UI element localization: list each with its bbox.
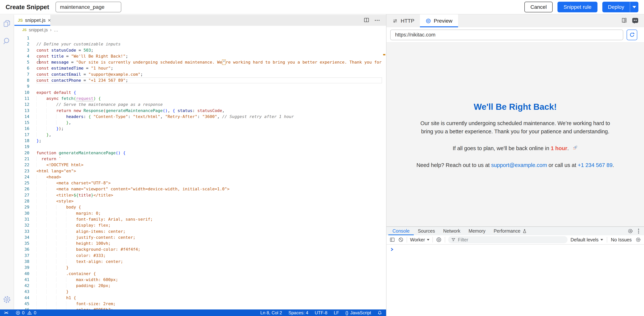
- phone-link[interactable]: +1 234 567 89: [578, 162, 612, 168]
- code-line: 30 margin: 0;: [14, 210, 382, 216]
- code-line: 1: [14, 35, 382, 41]
- code-line: 12 // Serve the maintenance page as a re…: [14, 102, 382, 108]
- status-language[interactable]: {} JavaScript: [345, 310, 371, 315]
- devtools-settings-icon[interactable]: [628, 228, 633, 234]
- split-editor-icon[interactable]: [363, 17, 370, 24]
- settings-gear-icon[interactable]: [2, 295, 11, 304]
- code-line: 8const contactPhone = "+1 234 567 89";: [14, 77, 382, 83]
- tab-label: snippet.js: [25, 18, 46, 23]
- deploy-dropdown-button[interactable]: [630, 2, 638, 12]
- support-email-link[interactable]: support@example.com: [491, 162, 547, 168]
- maintenance-contact: Need help? Reach out to us at support@ex…: [416, 161, 614, 169]
- status-encoding[interactable]: UTF-8: [315, 310, 328, 315]
- overview-ruler-marker: [383, 54, 385, 55]
- status-line-col[interactable]: Ln 8, Col 2: [260, 310, 282, 315]
- remote-indicator-icon[interactable]: ><: [4, 310, 8, 315]
- clear-console-icon[interactable]: [398, 237, 404, 242]
- text-cursor: [39, 59, 40, 64]
- kebab-menu-icon[interactable]: [638, 228, 640, 234]
- preview-url-row: [386, 27, 644, 43]
- code-line: 43 }: [14, 289, 382, 295]
- code-line: 4const title = "We'll Be Right Back!";: [14, 53, 382, 59]
- console-context-selector[interactable]: Worker: [410, 237, 430, 242]
- devtools-tab-bar: Console Sources Network Memory Performan…: [386, 227, 644, 235]
- devtools-panel: Console Sources Network Memory Performan…: [386, 226, 644, 316]
- filter-funnel-icon: [451, 237, 456, 242]
- problems-warnings[interactable]: 0: [27, 310, 36, 315]
- maintenance-message-line2: bring you a better experience. Thank you…: [416, 127, 614, 136]
- code-line: 33 align-items: center;: [14, 228, 382, 234]
- problems-errors[interactable]: 0: [16, 310, 24, 315]
- console-sidebar-icon[interactable]: [390, 237, 395, 242]
- code-line: 13 return new Response(generateMaintenan…: [14, 108, 382, 114]
- devtools-tab-performance[interactable]: Performance: [490, 227, 531, 235]
- code-line: 17 },: [14, 132, 382, 138]
- snippet-rule-button[interactable]: Snippet rule: [558, 2, 597, 12]
- preview-url-input[interactable]: [390, 30, 623, 40]
- code-line: 2// Define your customizable inputs: [14, 41, 382, 47]
- swap-arrows-icon: [392, 18, 398, 24]
- breadcrumb[interactable]: JS snippet.js › …: [14, 26, 386, 34]
- snippet-name-input[interactable]: [56, 2, 121, 12]
- more-actions-icon[interactable]: ···: [374, 17, 380, 24]
- console-levels-selector[interactable]: Default levels: [570, 237, 603, 242]
- console-filter-input[interactable]: Filter: [448, 236, 568, 243]
- code-line: 5const message = "Our site is currently …: [14, 59, 382, 65]
- chevron-down-icon: [632, 6, 636, 8]
- docs-icon[interactable]: [621, 17, 628, 25]
- cancel-button[interactable]: Cancel: [524, 2, 552, 12]
- preview-tab-bar: HTTP Preview: [386, 15, 644, 27]
- close-icon[interactable]: ×: [48, 18, 51, 23]
- status-eol[interactable]: LF: [334, 310, 339, 315]
- deploy-button[interactable]: Deploy: [602, 2, 630, 12]
- code-line: 19: [14, 144, 382, 150]
- status-indent[interactable]: Spaces: 4: [288, 310, 308, 315]
- code-line: 18};: [14, 138, 382, 144]
- maintenance-page: We'll Be Right Back! Our site is current…: [416, 102, 614, 169]
- code-line: 22 <!DOCTYPE html>: [14, 162, 382, 168]
- code-line: 6const estimatedTime = "1 hour";: [14, 65, 382, 71]
- code-line: 24 <head>: [14, 174, 382, 180]
- breadcrumb-file: snippet.js: [29, 27, 48, 33]
- code-line: 3const statusCode = 503;: [14, 47, 382, 53]
- code-line: 37 color: #333;: [14, 253, 382, 259]
- code-line: 27 <title>${title}</title>: [14, 192, 382, 198]
- tab-http[interactable]: HTTP: [386, 15, 420, 27]
- tab-preview[interactable]: Preview: [420, 15, 458, 27]
- code-line: 7const contactEmail = "support@example.c…: [14, 71, 382, 77]
- code-line: 16 });: [14, 126, 382, 132]
- live-expression-eye-icon[interactable]: [436, 237, 442, 243]
- console-prompt-icon: [390, 247, 394, 252]
- code-line: 32 display: flex;: [14, 222, 382, 228]
- tab-snippet-js[interactable]: JS snippet.js ×: [14, 15, 50, 26]
- code-line: 31 font-family: Arial, sans-serif;: [14, 216, 382, 222]
- bell-icon[interactable]: [378, 310, 382, 315]
- devtools-tab-sources[interactable]: Sources: [414, 227, 439, 235]
- console-settings-icon[interactable]: [636, 237, 641, 242]
- eta-value: 1 hour: [551, 145, 568, 151]
- issues-counter[interactable]: No Issues: [611, 237, 632, 242]
- topbar-actions: Cancel Snippet rule Deploy: [524, 2, 638, 12]
- devtools-tab-console[interactable]: Console: [388, 227, 414, 235]
- files-icon[interactable]: [2, 19, 11, 28]
- code-line: 35 height: 100vh;: [14, 240, 382, 246]
- page-title: Create Snippet: [6, 4, 49, 11]
- code-line: 42 padding: 20px;: [14, 283, 382, 289]
- preview-icon: [426, 18, 431, 24]
- devtools-tab-memory[interactable]: Memory: [464, 227, 490, 235]
- code-line: 36 background-color: #f4f4f4;: [14, 246, 382, 252]
- discord-icon[interactable]: [632, 17, 639, 25]
- maintenance-heading: We'll Be Right Back!: [416, 102, 614, 112]
- refresh-button[interactable]: [626, 30, 637, 40]
- rocket-emoji: [572, 145, 578, 153]
- code-line: 29 body {: [14, 204, 382, 210]
- search-icon[interactable]: [2, 37, 11, 46]
- code-line: 10export default {: [14, 90, 382, 96]
- devtools-tab-network[interactable]: Network: [439, 227, 464, 235]
- code-editor[interactable]: 12// Define your customizable inputs3con…: [14, 34, 382, 309]
- console-output[interactable]: [386, 245, 644, 252]
- editor-actions: ···: [363, 15, 386, 26]
- status-bar: >< 0 0 Ln 8, Col 2 Spaces: 4 UTF-8 LF {}: [0, 309, 386, 316]
- code-line: 15 },: [14, 120, 382, 126]
- code-line: 25 <meta charset="UTF-8">: [14, 180, 382, 186]
